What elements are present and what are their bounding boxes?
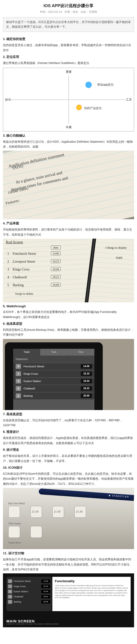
- sketch-num-1: 1: [7, 252, 9, 256]
- section-7-text: 在低保真原型确认后，可以开始纠结与细节了，ios屏幕尺寸有这几种：320*480…: [3, 418, 134, 428]
- section-10-text: ICON将决定APP在Store中的辨识度，可以先从核心创意开始，先从核心创意开…: [3, 471, 134, 486]
- ipad-mockup: Track Train Time Departures 4Fenchurch S…: [3, 339, 134, 410]
- sketch-swipe: Swipe to delete: [15, 292, 33, 296]
- section-5-heading: 5. Walkthrough: [3, 304, 134, 308]
- sketch-time-2: 14:23: [51, 259, 61, 263]
- sketch-num-2: 2: [7, 260, 9, 264]
- section-11-text: 如果你自己不开发app的功能，还需要把清晰的设计指南交付给开发人员。我会把界面和…: [3, 557, 134, 572]
- sketch-station-2: Liverpool Street: [13, 260, 35, 264]
- intro-box: 移动平台是下一个战场，IOS又是其中占比非常大的平台，关于IOS的设计流程看到一…: [3, 17, 134, 32]
- dot-blue-label: 类似app定位: [97, 83, 114, 87]
- departures-header: Departures: [16, 358, 28, 360]
- sketch-note1: 3 things to display: [105, 246, 127, 250]
- section-10-heading: 10. ICON设计: [3, 466, 134, 470]
- icon-label-tunnel: Time Tunnel: [8, 522, 21, 525]
- sketch-title: Rod Screen: [6, 240, 23, 244]
- section-2-heading: 2. 定位应用: [3, 55, 134, 59]
- axis-top: 重要: [66, 70, 72, 74]
- sketch-station-5: Barking: [13, 283, 24, 287]
- dot-your-product: [76, 105, 82, 110]
- departure-row[interactable]: 4Fenchurch Street14.00: [13, 363, 94, 370]
- section-6-text: 利用原型制作工具(Axure,Mockup,Visio)，将草图搬上电脑，尽量使…: [3, 328, 134, 338]
- section-6-heading: 6. 低保真原型: [3, 322, 134, 326]
- tab-train[interactable]: Train: [40, 349, 68, 356]
- sketch-note2: train: [116, 256, 122, 260]
- departure-row[interactable]: 3Euston Station19.44: [13, 378, 94, 385]
- deliverable-spec: Functionality Lorem ipsum dolor sit amet…: [52, 577, 131, 611]
- icon-sketch-photo: ◆ STAEDTLER Blue Steel Metal 21:30 21:30…: [3, 488, 134, 549]
- departure-row[interactable]: 4Chalkwell18.22: [13, 385, 94, 392]
- section-3-heading: 3. 核心功能确认: [3, 134, 134, 138]
- icon-time-1: 21:30: [32, 510, 38, 514]
- section-9-heading: 9. 设计理念: [3, 448, 134, 452]
- section-3-text: 将提出的各种需求进行汇总讨论，设计ADS（Application Definit…: [3, 139, 134, 149]
- section-8-heading: 8. 视觉设计: [3, 430, 134, 434]
- deliverable-image: 4Fenchurch Street14.00 1Kings Cross16.10…: [3, 573, 134, 627]
- section-2-text: 通过苹果的人机界面指南（Human Interface Guidelines）图…: [3, 60, 134, 66]
- sketch-time-3: 14:44: [51, 267, 61, 271]
- sketch-station-4: Chalkwell: [13, 276, 27, 279]
- sketch-station-1: Fenchurch Street: [13, 252, 36, 256]
- section-11-heading: 11. 设计交付物: [3, 551, 134, 556]
- dot-similar-app: [85, 82, 92, 88]
- axis-left: 娱乐: [5, 98, 11, 102]
- sketch-station-3: Kings Cross: [13, 268, 30, 272]
- sketch-col-time: time: [51, 246, 61, 250]
- icon-time-2: 21:30: [54, 510, 60, 514]
- section-8-text: 高保真原型完成后，就该轮到视觉设计，Apple提倡有质感，有仿真感的视觉界面，我…: [3, 436, 134, 446]
- quadrant-diagram: 重要 有趣 娱乐 工具 类似app定位 你的产品定位: [3, 68, 134, 132]
- section-4-text: 开始根据前面所整理的资料，进行基本的产品各个功能的设计，包含移动中使用场景、按钮…: [3, 227, 134, 237]
- main-screen-subtitle: A BRIEF OVERVIEW OF HOW THE MAIN SCREEN …: [6, 623, 59, 625]
- ads-notebook-photo: Application definition statement (ADS) A…: [3, 150, 134, 219]
- section-5-text: 在IOS中，各个界面之前切换方式也是重要的地方，称为APP功能穿越(App Fu…: [3, 310, 134, 320]
- sketch-num-3: 3: [7, 268, 9, 272]
- icon-box-5: [8, 526, 20, 538]
- sketch-time-4: 18.22: [51, 275, 61, 279]
- sketch-num-4: 4: [7, 276, 9, 279]
- page-meta: 时间：2012-02-14 作者：佚名 出处：互联网: [0, 10, 137, 14]
- spec-text: Lorem ipsum dolor sit amet consectetur a…: [55, 584, 128, 599]
- icon-time-3: 21:30: [76, 510, 82, 514]
- tab-track[interactable]: Track: [13, 349, 40, 356]
- icon-box-6: [30, 526, 42, 538]
- main-screen-title: MAIN SCREEN: [6, 619, 59, 623]
- icon-label-blue-steel: Blue Steel Metal: [8, 502, 25, 505]
- departure-row[interactable]: 1Barking20.00: [13, 392, 94, 400]
- section-9-text: 由于移动设备的关系，设计上尽量保持简洁，若非必要就不要放上华丽的图形或其他的信息…: [3, 454, 134, 464]
- page-title: IOS APP设计流程步骤分享: [0, 3, 137, 8]
- section-1-text: 您的创意是否有人做过，如果有类似的app，那就要多考虑，争取超越并且有一些独特的…: [3, 43, 134, 53]
- departure-row[interactable]: 1Kings Cross16.10: [13, 370, 94, 378]
- section-1-heading: 1. 确定你的创意: [3, 37, 134, 41]
- spec-heading: Functionality: [55, 579, 128, 583]
- tab-time[interactable]: Time: [67, 349, 94, 356]
- dot-orange-label: 你的产品定位: [84, 106, 102, 110]
- axis-bottom: 有趣: [66, 125, 72, 129]
- icon-box-1: [8, 506, 20, 518]
- sketch-time-1: 14:00: [51, 251, 61, 255]
- sketch-time-5: 10.00: [51, 283, 61, 287]
- deliverable-mockup: 4Fenchurch Street14.00 1Kings Cross16.10…: [6, 577, 52, 611]
- section-7-heading: 7. 高保真原型: [3, 412, 134, 416]
- pencil-icon: ◆ STAEDTLER: [39, 488, 134, 501]
- axis-right: 工具: [126, 98, 132, 102]
- section-4-heading: 4. 产品草图: [3, 221, 134, 226]
- icon-label-scaled: Scaled down: [8, 541, 21, 544]
- sketch-num-5: 5: [7, 283, 9, 287]
- paper-sketch-photo: Rod Screen time 1 Fenchurch Street 14:00…: [3, 238, 134, 302]
